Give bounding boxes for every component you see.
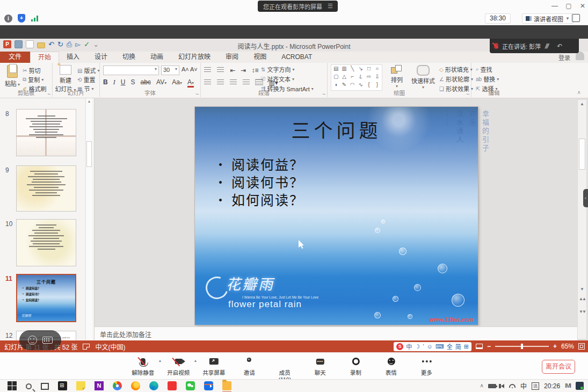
align-text-button[interactable]: ⎚对齐文本▾ <box>261 75 294 83</box>
cut-button[interactable]: ✂剪切 <box>23 66 40 75</box>
firefox-icon[interactable] <box>131 381 140 390</box>
wifi-icon[interactable] <box>509 384 516 388</box>
edge-icon[interactable] <box>149 381 158 390</box>
justify-button[interactable] <box>243 79 250 85</box>
replace-button[interactable]: ab替换▾ <box>476 75 499 83</box>
dialog-launcher-icon[interactable]: ⌙ <box>47 91 51 96</box>
line-spacing-button[interactable]: ↕≡ <box>251 67 258 74</box>
zoom-in-button[interactable]: + <box>553 343 557 350</box>
slide-thumbnail-8[interactable] <box>16 109 76 156</box>
layout-button[interactable]: ▤版式▾ <box>77 66 99 75</box>
shape-fill-button[interactable]: ◇形状填充▾ <box>439 65 473 74</box>
text-direction-button[interactable]: ⇅文字方向▾ <box>261 65 294 74</box>
align-right-button[interactable] <box>230 79 237 85</box>
reading-view-icon[interactable] <box>476 344 483 349</box>
sticky-notes-icon[interactable] <box>76 381 85 390</box>
character-spacing-button[interactable]: AV▾ <box>156 78 166 86</box>
bold-button[interactable]: B <box>103 78 108 86</box>
underline-button[interactable]: U <box>121 78 126 86</box>
collapse-ribbon-icon[interactable]: ˄ <box>577 90 580 96</box>
collapse-arrow-icon[interactable]: ↶ <box>557 42 562 50</box>
tab-review[interactable]: 审阅 <box>218 52 246 63</box>
slide-thumbnail-10[interactable] <box>16 219 76 266</box>
clock[interactable]: 20:26 <box>544 382 560 390</box>
task-view-icon[interactable] <box>41 383 49 390</box>
tab-insert[interactable]: 插入 <box>59 52 87 63</box>
scroll-up-icon[interactable]: ▲ <box>578 101 586 106</box>
zoom-slider-knob[interactable] <box>521 344 523 349</box>
dialog-launcher-icon[interactable]: ⌙ <box>195 91 199 96</box>
tab-animations[interactable]: 动画 <box>143 52 171 63</box>
next-slide-button[interactable]: ▼▼ <box>578 309 586 314</box>
leave-meeting-button[interactable]: 离开会议 <box>542 360 575 374</box>
wechat-icon[interactable] <box>186 381 195 390</box>
onenote-icon[interactable]: N <box>95 381 104 390</box>
chrome-icon[interactable] <box>113 381 122 390</box>
notification-tray-icon[interactable] <box>576 382 584 390</box>
font-name-combobox[interactable]: ▾ <box>103 66 159 75</box>
font-color-button[interactable]: A▾ <box>187 78 194 88</box>
dialog-launcher-icon[interactable]: ⌙ <box>466 91 470 96</box>
main-scrollbar[interactable]: ▲ ▼ ▲▲ ▼▼ <box>577 99 587 339</box>
grow-font-button[interactable]: A˄ <box>182 66 189 72</box>
ime-language-indicator[interactable]: 中 <box>520 381 527 390</box>
previous-slide-button[interactable]: ▲▲ <box>578 296 586 301</box>
shadow-button[interactable]: S <box>131 78 135 86</box>
reaction-keyboard-icon[interactable] <box>42 337 53 344</box>
slide-thumbnail-11-selected[interactable]: 三个问题 阅读何益？ 阅读何书？ 如何阅读？ 花瓣雨 <box>16 274 76 322</box>
slide-bullet-list[interactable]: 阅读何益？ 阅读何书？ 如何阅读？ <box>216 156 304 209</box>
italic-button[interactable]: I <box>113 78 115 86</box>
scroll-down-icon[interactable]: ▼ <box>578 287 586 292</box>
strikethrough-button[interactable]: abc <box>141 78 151 86</box>
fullscreen-icon[interactable] <box>572 14 580 22</box>
search-icon[interactable] <box>26 383 32 389</box>
microsoft-store-icon[interactable] <box>58 381 67 390</box>
quick-styles-button[interactable]: 快速样式 ▾ <box>408 65 438 90</box>
start-button[interactable] <box>8 381 17 390</box>
change-case-button[interactable]: Aa▾ <box>172 78 182 86</box>
slide-thumbnail-9[interactable] <box>16 165 76 212</box>
slide-title[interactable]: 三个问题 <box>195 115 478 143</box>
banner-menu-icon[interactable]: ☰ <box>328 3 332 10</box>
presenter-view-dropdown[interactable]: 演讲者视图 ▼ <box>522 13 574 24</box>
notes-page-icon[interactable] <box>83 344 90 350</box>
reset-button[interactable]: ⟲重置 <box>77 75 95 84</box>
tab-slideshow[interactable]: 幻灯片放映 <box>171 52 218 63</box>
zoom-slider[interactable] <box>495 346 549 347</box>
align-left-button[interactable] <box>204 79 211 85</box>
align-center-button[interactable] <box>217 79 224 85</box>
find-button[interactable]: ⌕查找 <box>476 65 492 74</box>
reaction-quick-bar[interactable] <box>19 330 61 350</box>
ime-mode-icon[interactable]: 讯 <box>532 382 539 390</box>
hidden-icons-chevron[interactable]: ˄ <box>480 383 483 389</box>
dialog-launcher-icon[interactable]: ⌙ <box>322 91 326 96</box>
bullets-button[interactable] <box>204 67 211 72</box>
copy-button[interactable]: ⧉复制▾ <box>23 75 43 84</box>
tab-file[interactable]: 文件 <box>0 52 30 63</box>
scroll-up-icon[interactable]: ▲ <box>86 99 92 103</box>
meeting-info-icon[interactable]: i <box>4 14 12 23</box>
reaction-smiley-icon[interactable] <box>28 336 37 345</box>
zoom-percentage[interactable]: 65% <box>561 343 574 350</box>
red-app-icon[interactable] <box>168 381 177 390</box>
mic-options-arrow[interactable]: ▲ <box>158 359 162 362</box>
shrink-font-button[interactable]: A˅ <box>190 66 198 72</box>
close-button[interactable]: ✕ <box>577 1 588 11</box>
numbering-button[interactable] <box>217 67 224 72</box>
meeting-app-icon[interactable] <box>204 381 213 390</box>
tab-transitions[interactable]: 切换 <box>115 52 143 63</box>
tab-home[interactable]: 开始 <box>30 52 59 63</box>
sidebar-collapse-tab[interactable]: ‹ <box>583 189 588 207</box>
fit-slide-to-window-icon[interactable] <box>578 343 585 350</box>
arrange-button[interactable]: 排列 ▾ <box>388 65 406 89</box>
shape-gallery[interactable]: ▤▥╲↘□○▢△⌐𝘓⇨⇩◖✎◠∿{} <box>331 64 382 91</box>
sign-in-link[interactable]: 登录 <box>558 53 570 62</box>
sogou-ime-bar[interactable]: S中☽’☺⌨全简⊞ <box>394 342 471 351</box>
battery-icon[interactable] <box>488 384 496 388</box>
slide-canvas[interactable]: 三个问题 阅读何益？ 阅读何书？ 如何阅读？ 幸福的引子亦乐汉水诱人⋯⋯ 花瓣雨… <box>195 107 478 325</box>
zoom-out-button[interactable]: − <box>487 343 491 350</box>
paste-button[interactable]: 粘贴 ▾ <box>4 65 20 88</box>
scrollbar-thumb[interactable] <box>86 141 92 167</box>
minimize-button[interactable]: — <box>549 1 561 11</box>
video-options-arrow[interactable]: ▲ <box>193 359 197 362</box>
